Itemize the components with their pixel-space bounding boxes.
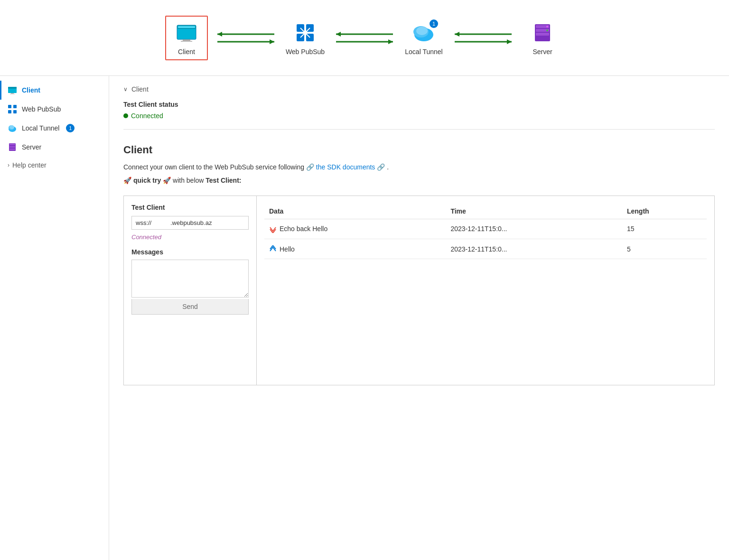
cell-data-text: Echo back Hello — [280, 225, 327, 233]
sidebar-webpubsub-icon — [8, 104, 17, 114]
svg-rect-38 — [13, 105, 17, 108]
cell-data-text: Hello — [280, 245, 295, 253]
table-cell-data: Hello — [264, 239, 446, 259]
localtunnel-icon-wrapper: 1 — [411, 20, 436, 45]
sidebar-localtunnel-badge: 1 — [66, 124, 75, 132]
svg-point-43 — [9, 125, 14, 129]
desc-suffix: . — [387, 163, 389, 171]
sidebar-item-client[interactable]: Client — [0, 81, 109, 100]
diagram-webpubsub-label: Web PubSub — [286, 48, 325, 56]
main-layout: Client Web PubSub Local T — [0, 76, 729, 560]
status-text: Connected — [131, 112, 163, 120]
diagram-server-label: Server — [533, 48, 552, 56]
diagram-node-client[interactable]: Client — [165, 16, 208, 60]
svg-rect-2 — [178, 26, 195, 28]
svg-marker-6 — [217, 32, 222, 37]
rocket-icon-2: 🚀 — [163, 177, 171, 184]
svg-point-22 — [416, 27, 428, 35]
rocket-icon-1: 🚀 — [123, 177, 131, 184]
svg-marker-17 — [336, 32, 341, 37]
test-client-bold: Test Client: — [206, 177, 241, 184]
sidebar-client-label: Client — [22, 86, 40, 94]
diagram-node-server[interactable]: Server — [521, 20, 564, 56]
sidebar-webpubsub-label: Web PubSub — [22, 105, 61, 113]
sidebar-localtunnel-label: Local Tunnel — [22, 124, 59, 132]
status-connected: Connected — [123, 112, 715, 120]
data-table: Data Time Length Echo back Hello 2023-12… — [264, 204, 707, 260]
svg-rect-40 — [13, 110, 17, 113]
status-dot — [123, 113, 128, 118]
sidebar-client-icon — [8, 85, 17, 95]
arrow-localtunnel-server — [450, 28, 516, 47]
client-title: Client — [123, 144, 715, 156]
svg-rect-36 — [10, 94, 15, 94]
diagram-node-webpubsub[interactable]: Web PubSub — [284, 20, 327, 56]
sidebar-item-server[interactable]: Server — [0, 138, 109, 157]
wss-input[interactable] — [131, 216, 249, 230]
svg-rect-46 — [9, 146, 15, 148]
test-client-panel: Test Client Connected Messages Send — [124, 196, 257, 385]
svg-rect-30 — [536, 33, 549, 36]
svg-point-32 — [546, 29, 548, 31]
sidebar-localtunnel-icon — [8, 123, 17, 133]
client-section: Client Connect your own client to the We… — [123, 139, 715, 385]
webpubsub-icon — [293, 20, 318, 45]
chain-icon-1: 🔗 — [306, 163, 314, 171]
svg-rect-37 — [8, 105, 11, 108]
section-header[interactable]: ∨ Client — [123, 85, 715, 93]
section-chevron-icon: ∨ — [123, 86, 128, 93]
client-description-2: 🚀 quick try 🚀 with below Test Client: — [123, 175, 715, 186]
col-time: Time — [446, 204, 622, 219]
status-label: Test Client status — [123, 101, 715, 108]
server-icon — [530, 20, 555, 45]
diagram-node-localtunnel[interactable]: 1 Local Tunnel — [402, 20, 445, 56]
status-section: Test Client status Connected — [123, 101, 715, 130]
arrow-down-icon — [269, 225, 280, 233]
svg-point-31 — [546, 26, 548, 28]
help-center-label: Help center — [12, 161, 47, 169]
sidebar-item-localtunnel[interactable]: Local Tunnel 1 — [0, 119, 109, 138]
col-data: Data — [264, 204, 446, 219]
svg-rect-47 — [9, 149, 15, 150]
sidebar-help-center[interactable]: › Help center — [0, 157, 109, 174]
desc-line2-suffix: with below — [173, 177, 206, 184]
diagram-area: Client Web PubSub — [0, 0, 729, 76]
svg-rect-4 — [181, 41, 192, 42]
chain-icon-2: 🔗 — [377, 163, 385, 171]
panel-container: Test Client Connected Messages Send Data… — [123, 196, 715, 385]
svg-marker-8 — [270, 39, 274, 44]
send-button[interactable]: Send — [131, 299, 249, 315]
arrow-client-webpubsub — [213, 28, 279, 47]
table-cell-data: Echo back Hello — [264, 219, 446, 239]
table-cell-length: 5 — [622, 239, 707, 259]
svg-marker-26 — [507, 39, 512, 44]
test-client-title: Test Client — [131, 204, 249, 211]
diagram-client-label: Client — [178, 48, 195, 56]
svg-marker-24 — [455, 32, 459, 37]
messages-label: Messages — [131, 248, 249, 256]
quick-try-text: quick try — [133, 177, 161, 184]
svg-rect-34 — [8, 87, 17, 89]
svg-marker-19 — [388, 39, 393, 44]
svg-rect-3 — [183, 39, 190, 41]
client-description-1: Connect your own client to the Web PubSu… — [123, 162, 715, 172]
desc-prefix: Connect your own client to the Web PubSu… — [123, 163, 306, 171]
svg-rect-35 — [11, 93, 14, 94]
sdk-link[interactable]: the SDK documents — [316, 163, 375, 171]
sidebar-server-label: Server — [22, 143, 41, 151]
main-content: ∨ Client Test Client status Connected Cl… — [109, 76, 729, 560]
table-cell-length: 15 — [622, 219, 707, 239]
test-client-connected-status: Connected — [131, 233, 249, 241]
section-label: Client — [131, 85, 149, 93]
arrow-webpubsub-localtunnel — [331, 28, 398, 47]
message-textarea[interactable] — [131, 260, 249, 298]
sidebar-item-webpubsub[interactable]: Web PubSub — [0, 100, 109, 119]
diagram-localtunnel-label: Local Tunnel — [405, 48, 442, 56]
sidebar: Client Web PubSub Local T — [0, 76, 109, 560]
table-row: Hello 2023-12-11T15:0... 5 — [264, 239, 707, 259]
svg-point-15 — [303, 31, 307, 35]
chevron-right-icon: › — [8, 162, 9, 168]
col-length: Length — [622, 204, 707, 219]
table-row: Echo back Hello 2023-12-11T15:0... 15 — [264, 219, 707, 239]
data-panel: Data Time Length Echo back Hello 2023-12… — [257, 196, 714, 385]
